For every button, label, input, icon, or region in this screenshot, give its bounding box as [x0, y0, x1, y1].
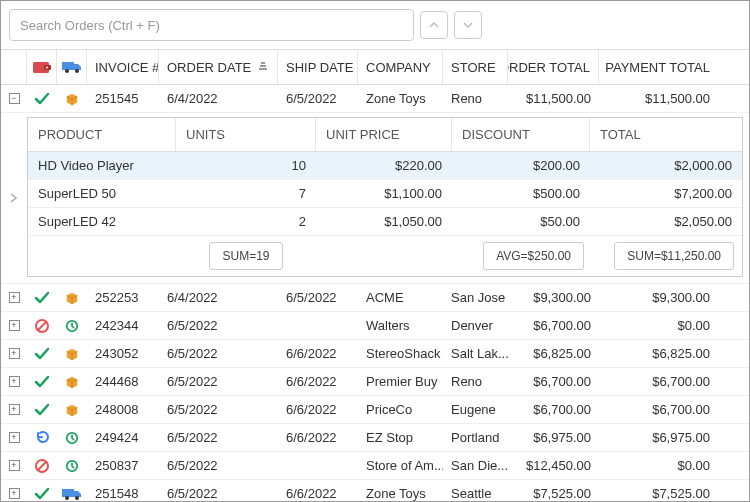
check-icon	[34, 290, 50, 306]
column-payment-total[interactable]: PAYMENT TOTAL	[599, 50, 718, 84]
units-cell: 10	[176, 152, 316, 179]
payment-total-cell: $6,700.00	[599, 368, 718, 395]
truck-icon	[62, 60, 82, 74]
detail-row[interactable]: SuperLED 42 2 $1,050.00 $50.00 $2,050.00	[28, 208, 742, 236]
prev-match-button[interactable]	[420, 11, 448, 39]
table-row[interactable]: + 242344 6/5/2022 Walters Denver $6,700.…	[1, 312, 749, 340]
discount-cell: $50.00	[452, 208, 590, 235]
table-row[interactable]: + 244468 6/5/2022 6/6/2022 Premier Buy R…	[1, 368, 749, 396]
expand-toggle[interactable]: +	[9, 320, 20, 331]
expand-toggle[interactable]: +	[9, 488, 20, 499]
payment-total-cell: $11,500.00	[599, 85, 718, 112]
store-cell: Denver	[443, 312, 508, 339]
expand-toggle[interactable]: −	[9, 93, 20, 104]
column-company[interactable]: COMPANY	[358, 50, 443, 84]
next-match-button[interactable]	[454, 11, 482, 39]
status-cell	[27, 424, 57, 451]
shipping-cell	[57, 396, 87, 423]
status-cell	[27, 452, 57, 479]
payment-total-cell: $6,825.00	[599, 340, 718, 367]
expand-toggle[interactable]: +	[9, 376, 20, 387]
deny-icon	[34, 458, 50, 474]
svg-point-2	[46, 67, 48, 69]
expand-toggle[interactable]: +	[9, 348, 20, 359]
detail-col-product[interactable]: PRODUCT	[28, 118, 176, 151]
box-icon	[64, 92, 80, 106]
shipping-cell	[57, 368, 87, 395]
column-invoice[interactable]: INVOICE #	[87, 50, 159, 84]
table-row[interactable]: + 252253 6/4/2022 6/5/2022 ACME San Jose…	[1, 284, 749, 312]
detail-col-discount[interactable]: DISCOUNT	[452, 118, 590, 151]
ship-date-cell: 6/6/2022	[278, 340, 358, 367]
svg-point-4	[65, 69, 69, 73]
shipping-cell	[57, 340, 87, 367]
expand-toggle[interactable]: +	[9, 460, 20, 471]
company-cell: StereoShack	[358, 340, 443, 367]
order-total-cell: $6,700.00	[508, 368, 599, 395]
clock-icon	[64, 319, 80, 333]
detail-panel-wrap: PRODUCT UNITS UNIT PRICE DISCOUNT TOTAL …	[1, 113, 749, 284]
summary-units-sum: SUM=19	[209, 242, 282, 270]
detail-row-indicator	[1, 113, 27, 283]
detail-col-units[interactable]: UNITS	[176, 118, 316, 151]
product-cell: SuperLED 50	[28, 180, 176, 207]
order-date-cell: 6/4/2022	[159, 284, 278, 311]
units-cell: 7	[176, 180, 316, 207]
column-order-total[interactable]: ORDER TOTAL	[508, 50, 599, 84]
invoice-cell: 251545	[87, 85, 159, 112]
store-cell: Salt Lak...	[443, 340, 508, 367]
table-row[interactable]: + 248008 6/5/2022 6/6/2022 PriceCo Eugen…	[1, 396, 749, 424]
invoice-cell: 252253	[87, 284, 159, 311]
shipping-cell	[57, 480, 87, 502]
search-input[interactable]	[9, 9, 414, 41]
payment-total-cell: $0.00	[599, 312, 718, 339]
order-date-cell: 6/5/2022	[159, 452, 278, 479]
box-icon	[64, 375, 80, 389]
column-status[interactable]	[27, 50, 57, 84]
check-icon	[34, 486, 50, 502]
status-cell	[27, 396, 57, 423]
store-cell: Reno	[443, 85, 508, 112]
order-total-cell: $9,300.00	[508, 284, 599, 311]
order-total-cell: $7,525.00	[508, 480, 599, 502]
ship-date-cell	[278, 312, 358, 339]
ship-date-cell	[278, 452, 358, 479]
product-cell: SuperLED 42	[28, 208, 176, 235]
detail-row[interactable]: HD Video Player 10 $220.00 $200.00 $2,00…	[28, 152, 742, 180]
check-icon	[34, 402, 50, 418]
table-row[interactable]: + 243052 6/5/2022 6/6/2022 StereoShack S…	[1, 340, 749, 368]
order-total-cell: $6,700.00	[508, 312, 599, 339]
discount-cell: $200.00	[452, 152, 590, 179]
status-cell	[27, 312, 57, 339]
column-header-row: INVOICE # ORDER DATE SHIP DATE COMPANY S…	[1, 49, 749, 85]
unit-price-cell: $1,100.00	[316, 180, 452, 207]
detail-row[interactable]: SuperLED 50 7 $1,100.00 $500.00 $7,200.0…	[28, 180, 742, 208]
shipping-cell	[57, 452, 87, 479]
table-row[interactable]: − 251545 6/4/2022 6/5/2022 Zone Toys Ren…	[1, 85, 749, 113]
detail-col-total[interactable]: TOTAL	[590, 118, 742, 151]
table-row[interactable]: + 249424 6/5/2022 6/6/2022 EZ Stop Portl…	[1, 424, 749, 452]
box-icon	[64, 291, 80, 305]
total-cell: $7,200.00	[590, 180, 742, 207]
column-order-date[interactable]: ORDER DATE	[159, 50, 278, 84]
detail-col-unit-price[interactable]: UNIT PRICE	[316, 118, 452, 151]
column-ship-date[interactable]: SHIP DATE	[278, 50, 358, 84]
invoice-cell: 250837	[87, 452, 159, 479]
table-row[interactable]: + 251548 6/5/2022 6/6/2022 Zone Toys Sea…	[1, 480, 749, 502]
ship-date-cell: 6/6/2022	[278, 424, 358, 451]
total-cell: $2,000.00	[590, 152, 742, 179]
check-icon	[34, 91, 50, 107]
units-cell: 2	[176, 208, 316, 235]
table-row[interactable]: + 250837 6/5/2022 Store of Am... San Die…	[1, 452, 749, 480]
expand-toggle[interactable]: +	[9, 292, 20, 303]
column-store[interactable]: STORE	[443, 50, 508, 84]
deny-icon	[34, 318, 50, 334]
clock-icon	[64, 459, 80, 473]
column-shipping[interactable]	[57, 50, 87, 84]
wallet-icon	[33, 60, 51, 74]
expand-toggle[interactable]: +	[9, 404, 20, 415]
invoice-cell: 248008	[87, 396, 159, 423]
expand-toggle[interactable]: +	[9, 432, 20, 443]
total-cell: $2,050.00	[590, 208, 742, 235]
status-cell	[27, 85, 57, 112]
